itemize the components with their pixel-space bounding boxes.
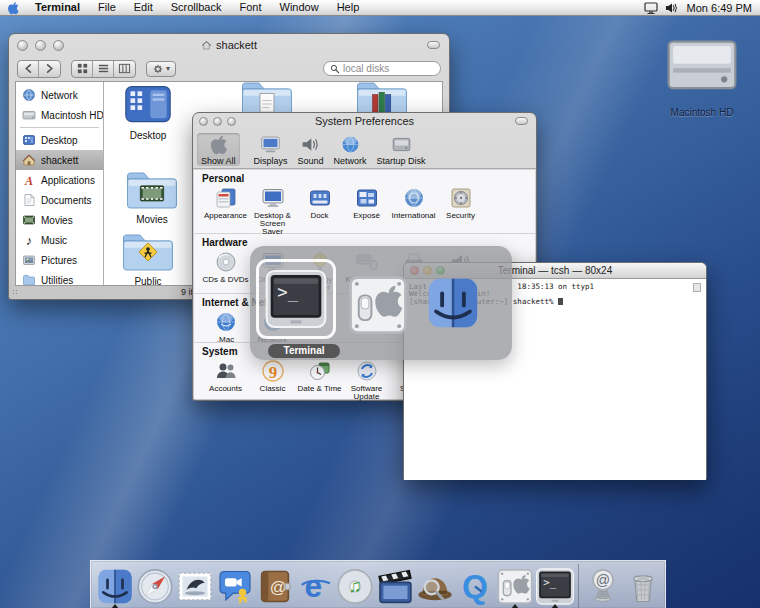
- dock-item-link[interactable]: @: [583, 564, 623, 608]
- pref-pane-desktop-screen-saver[interactable]: Desktop & Screen Saver: [249, 186, 296, 236]
- menu-terminal[interactable]: Terminal: [26, 0, 89, 15]
- pref-pane-software-update[interactable]: Software Update: [343, 359, 390, 401]
- finder-item-public[interactable]: Public: [120, 228, 176, 285]
- dock-item-imovie[interactable]: [375, 564, 415, 608]
- system-preferences-toolbar: Show AllDisplaysSoundNetworkStartup Disk: [193, 129, 536, 169]
- sidebar-item-music[interactable]: ♪Music: [16, 230, 103, 250]
- folder-movies-icon: [124, 166, 180, 213]
- prefs-section-row: AppearanceDesktop & Screen SaverDockExpo…: [202, 186, 535, 236]
- sidebar-item-applications[interactable]: AApplications: [16, 170, 103, 190]
- sidebar-item-network[interactable]: Network: [16, 85, 103, 105]
- prefs-toolbar-network[interactable]: Network: [330, 133, 371, 166]
- sidebar-item-label: Utilities: [41, 275, 73, 286]
- mail-icon: [175, 564, 215, 608]
- international-icon: [402, 186, 426, 210]
- pref-pane-date-time[interactable]: Date & Time: [296, 359, 343, 401]
- finder-titlebar[interactable]: shackett: [9, 34, 449, 56]
- terminal-cursor: [558, 298, 563, 305]
- pref-pane-label: Date & Time: [297, 385, 341, 393]
- dock-item-itunes[interactable]: ♫: [335, 564, 375, 608]
- dock-item-mail[interactable]: [175, 564, 215, 608]
- trash-icon: [623, 564, 663, 608]
- sidebar-item-documents[interactable]: Documents: [16, 190, 103, 210]
- resize-grip-icon[interactable]: [12, 289, 19, 296]
- pref-pane-expos-[interactable]: Exposé: [343, 186, 390, 236]
- sidebar-item-shackett[interactable]: shackett: [16, 150, 103, 170]
- pref-pane--mac[interactable]: .Mac: [202, 310, 249, 344]
- finder-item-desktop[interactable]: Desktop: [120, 82, 176, 141]
- hard-disk-icon: [662, 26, 742, 106]
- pref-pane-classic[interactable]: 9Classic: [249, 359, 296, 401]
- pref-pane-accounts[interactable]: Accounts: [202, 359, 249, 401]
- switcher-app-finder[interactable]: [424, 274, 482, 332]
- menu-window[interactable]: Window: [271, 0, 328, 15]
- column-view-button[interactable]: [114, 61, 135, 77]
- dock-item-trash[interactable]: [623, 564, 663, 608]
- switcher-app-terminal[interactable]: >_: [256, 259, 336, 339]
- svg-text:@: @: [270, 578, 287, 597]
- prefs-toolbar-displays[interactable]: Displays: [250, 133, 292, 166]
- dock-item-terminal[interactable]: >_: [535, 564, 575, 608]
- sidebar-item-movies[interactable]: Movies: [16, 210, 103, 230]
- system-preferences-titlebar[interactable]: System Preferences: [193, 113, 536, 129]
- back-button[interactable]: [18, 61, 39, 77]
- pref-pane-international[interactable]: International: [390, 186, 437, 236]
- menu-edit[interactable]: Edit: [125, 0, 162, 15]
- finder-item-movies[interactable]: Movies: [124, 166, 180, 225]
- displays-menu-icon[interactable]: [643, 1, 659, 15]
- sidebar-item-pictures[interactable]: Pictures: [16, 250, 103, 270]
- search-input[interactable]: local disks: [323, 61, 441, 76]
- pref-pane-security[interactable]: Security: [437, 186, 484, 236]
- switcher-app-system-preferences[interactable]: [345, 272, 411, 338]
- desktop-volume-macintosh-hd[interactable]: Macintosh HD: [662, 26, 742, 118]
- sidebar-item-label: shackett: [41, 155, 78, 166]
- sherlock-icon: [415, 564, 455, 608]
- list-view-button[interactable]: [93, 61, 114, 77]
- prefs-toolbar-show-all[interactable]: Show All: [197, 133, 240, 166]
- menu-bar: TerminalFileEditScrollbackFontWindowHelp…: [0, 0, 760, 16]
- pref-pane-label: Appearance: [204, 212, 247, 220]
- toolbar-toggle-pill[interactable]: [515, 117, 528, 125]
- prefs-toolbar-sound[interactable]: Sound: [294, 133, 328, 166]
- dock-item-ichat[interactable]: [215, 564, 255, 608]
- dock-item-quicktime-player[interactable]: Q: [455, 564, 495, 608]
- dock-item-safari[interactable]: [135, 564, 175, 608]
- menu-file[interactable]: File: [89, 0, 125, 15]
- music-icon: ♪: [22, 233, 36, 247]
- menu-help[interactable]: Help: [328, 0, 369, 15]
- action-menu-button[interactable]: ▾: [146, 61, 176, 77]
- icon-view-button[interactable]: [72, 61, 93, 77]
- prefs-toolbar-startup-disk[interactable]: Startup Disk: [373, 133, 430, 166]
- dock-item-finder[interactable]: [95, 564, 135, 608]
- dock-item-system-preferences[interactable]: [495, 564, 535, 608]
- classic-icon: 9: [261, 359, 285, 383]
- date-time-icon: [308, 359, 332, 383]
- hd-icon: [22, 108, 36, 122]
- sidebar-item-utilities[interactable]: Utilities: [16, 270, 103, 285]
- document-badge-icon: [693, 283, 701, 292]
- finder-dock-icon: [95, 564, 135, 608]
- sidebar-item-desktop[interactable]: Desktop: [16, 130, 103, 150]
- security-icon: [449, 186, 473, 210]
- at-spring-icon: @: [583, 564, 623, 608]
- forward-button[interactable]: [39, 61, 60, 77]
- prefs-section-personal: PersonalAppearanceDesktop & Screen Saver…: [194, 170, 535, 234]
- sidebar-item-macintosh-hd[interactable]: Macintosh HD: [16, 105, 103, 125]
- apple-menu[interactable]: [0, 0, 26, 15]
- menu-font[interactable]: Font: [230, 0, 270, 15]
- dock-item-address-book[interactable]: @: [255, 564, 295, 608]
- desktop-mini-icon: [22, 133, 36, 147]
- pref-pane-appearance[interactable]: Appearance: [202, 186, 249, 236]
- dock-item-internet-explorer[interactable]: e: [295, 564, 335, 608]
- toolbar-toggle-pill[interactable]: [427, 41, 440, 49]
- dock-item-sherlock[interactable]: [415, 564, 455, 608]
- network-icon: [22, 88, 36, 102]
- pref-pane-cds-dvds[interactable]: CDs & DVDs: [202, 250, 249, 292]
- menu-scrollback[interactable]: Scrollback: [162, 0, 231, 15]
- pref-pane-dock[interactable]: Dock: [296, 186, 343, 236]
- volume-menu-icon[interactable]: [663, 1, 679, 15]
- svg-text:>_: >_: [277, 282, 298, 302]
- menu-bar-clock[interactable]: Mon 6:49 PM: [683, 2, 752, 14]
- system-preferences-title: System Preferences: [193, 115, 536, 127]
- finder-window-title: shackett: [9, 39, 449, 51]
